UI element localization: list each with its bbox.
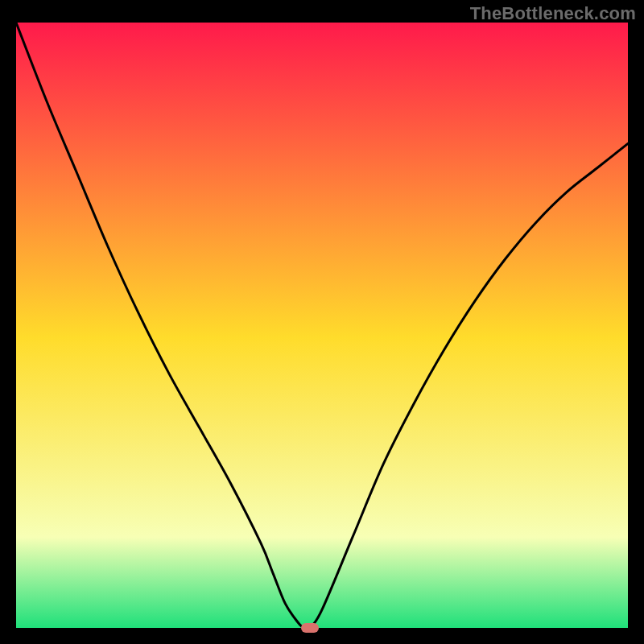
optimum-marker — [301, 623, 319, 633]
plot-svg — [16, 23, 628, 628]
plot-area — [16, 23, 628, 628]
gradient-background — [16, 23, 628, 628]
chart-frame: TheBottleneck.com — [0, 0, 644, 644]
watermark-text: TheBottleneck.com — [470, 3, 636, 24]
